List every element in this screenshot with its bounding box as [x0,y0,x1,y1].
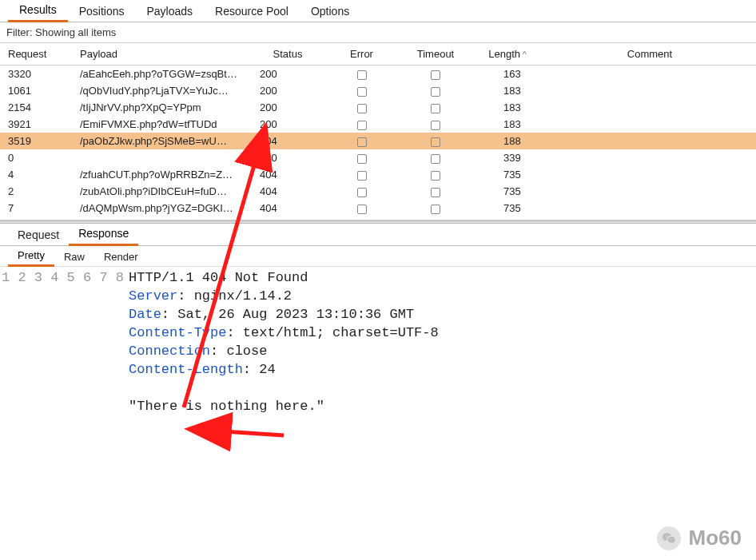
tab-payloads[interactable]: Payloads [136,0,205,22]
editor-gutter: 1 2 3 4 5 6 7 8 [0,268,129,415]
cell-comment [543,216,756,220]
col-request[interactable]: Request [0,43,72,66]
cell-status: 404 [252,133,324,149]
col-error[interactable]: Error [324,43,400,66]
editor-lines: HTTP/1.1 404 Not Found Server: nginx/1.1… [129,268,439,415]
cell-error [324,149,400,166]
checkbox-icon [357,154,367,164]
cell-comment [543,183,756,200]
wechat-icon [657,526,681,550]
cell-status: 404 [252,200,324,216]
cell-length: 183 [472,99,543,116]
cell-length: 339 [472,149,543,166]
cell-request: 3320 [0,66,72,83]
cell-error [324,66,400,83]
cell-request: 4 [0,166,72,183]
cell-timeout [400,216,472,220]
cell-length: 735 [472,183,543,200]
cell-error [324,116,400,133]
table-row[interactable]: 7/dAQMpWsm.php?jYGZ=DGKI…404735 [0,200,756,216]
cell-status: 200 [252,66,324,83]
cell-request: 2154 [0,99,72,116]
tab-response[interactable]: Response [69,223,138,246]
table-row[interactable]: 3921/EmiFVMXE.php?dW=tfTUDd200183 [0,116,756,133]
cell-comment [543,149,756,166]
cell-comment [543,66,756,83]
table-row[interactable]: 2/zubAtOli.php?iDIbCEuH=fuD…404735 [0,183,756,200]
cell-length: 163 [472,66,543,83]
cell-length: 735 [472,200,543,216]
checkbox-icon [357,137,367,147]
col-comment[interactable]: Comment [543,43,756,66]
cell-error [324,133,400,149]
watermark: Mo60 [657,526,742,550]
cell-payload: /EmiFVMXE.php?dW=tfTUDd [72,116,252,133]
cell-timeout [400,116,472,133]
cell-length: 735 [472,166,543,183]
tab-options[interactable]: Options [300,0,360,22]
tab-pretty[interactable]: Pretty [8,246,54,267]
tab-request[interactable]: Request [8,224,69,245]
cell-error [324,82,400,99]
checkbox-icon [357,121,367,130]
cell-request: 3519 [0,133,72,149]
table-row[interactable]: 3320/aEahcEeh.php?oTGGW=zsqBt…200163 [0,66,756,83]
cell-payload: /zubAtOli.php?iDIbCEuH=fuD… [72,183,252,200]
checkbox-icon [431,137,440,147]
table-row[interactable]: 2154/tIjJNrVV.php?XpQ=YPpm200183 [0,99,756,116]
cell-comment [543,200,756,216]
table-row[interactable]: 0400339 [0,149,756,166]
results-thead: Request Payload Status Error Timeout Len… [0,43,756,66]
cell-status: 400 [252,149,324,166]
checkbox-icon [431,154,440,164]
tab-results[interactable]: Results [8,0,68,22]
cell-payload: /tIjJNrVV.php?XpQ=YPpm [72,99,252,116]
view-tabs: Pretty Raw Render [0,246,756,267]
col-payload[interactable]: Payload [72,43,252,66]
cell-payload: /paObZJkw.php?SjSMeB=wU… [72,133,252,149]
cell-request: 1061 [0,82,72,99]
cell-status: 404 [252,166,324,183]
cell-error [324,99,400,116]
cell-error [324,200,400,216]
response-editor[interactable]: 1 2 3 4 5 6 7 8 HTTP/1.1 404 Not Found S… [0,267,756,415]
table-row[interactable]: 4/zfuahCUT.php?oWpRRBZn=Z…404735 [0,166,756,183]
checkbox-icon [431,188,440,197]
cell-comment [543,99,756,116]
cell-length: 735 [472,216,543,220]
cell-request: 2 [0,183,72,200]
tab-resource-pool[interactable]: Resource Pool [204,0,300,22]
cell-timeout [400,149,472,166]
col-status[interactable]: Status [252,43,324,66]
cell-payload: /zfuahCUT.php?oWpRRBZn=Z… [72,166,252,183]
cell-comment [543,82,756,99]
checkbox-icon [431,205,440,214]
cell-error [324,183,400,200]
sort-indicator-icon: ^ [523,50,527,59]
col-length[interactable]: Length^ [472,43,543,66]
checkbox-icon [431,87,440,97]
cell-timeout [400,66,472,83]
checkbox-icon [431,104,440,113]
cell-status: 200 [252,116,324,133]
results-table-container: Request Payload Status Error Timeout Len… [0,43,756,220]
table-row[interactable]: 3519/paObZJkw.php?SjSMeB=wU…404188 [0,133,756,149]
checkbox-icon [357,70,367,80]
cell-length: 183 [472,82,543,99]
checkbox-icon [357,171,367,181]
cell-timeout [400,82,472,99]
table-row[interactable]: 6/tTgHLNJE.php?p=iSpWopv…404735 [0,216,756,220]
table-row[interactable]: 1061/qObVIudY.php?LjaTVX=YuJc…200183 [0,82,756,99]
tab-raw[interactable]: Raw [54,248,94,266]
cell-request: 7 [0,200,72,216]
col-length-label: Length [488,48,520,60]
tab-render[interactable]: Render [94,248,148,266]
cell-length: 183 [472,116,543,133]
results-filter[interactable]: Filter: Showing all items [0,22,756,43]
col-timeout[interactable]: Timeout [400,43,472,66]
checkbox-icon [431,171,440,181]
checkbox-icon [357,188,367,197]
results-table: Request Payload Status Error Timeout Len… [0,43,756,220]
tab-positions[interactable]: Positions [68,0,136,22]
intruder-top-tabs: Results Positions Payloads Resource Pool… [0,0,756,22]
